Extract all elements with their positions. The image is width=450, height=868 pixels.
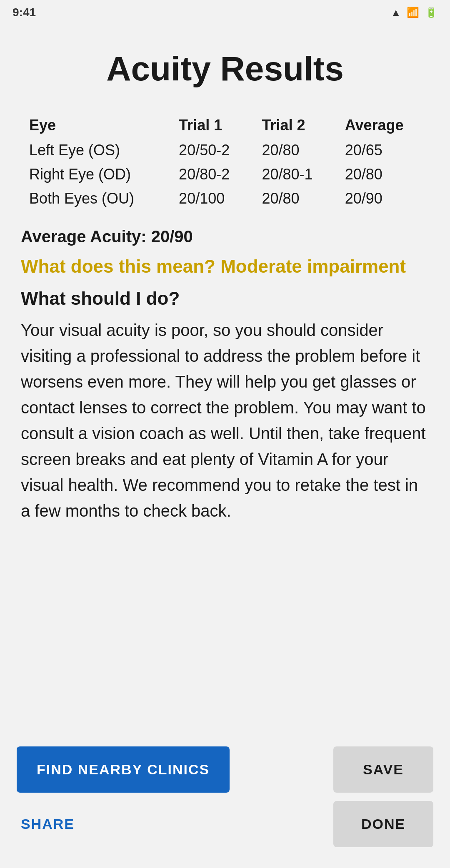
share-button[interactable]: SHARE (17, 803, 79, 845)
row-trial1-2: 20/100 (170, 187, 253, 211)
save-button[interactable]: SAVE (333, 746, 433, 793)
done-button[interactable]: DONE (333, 801, 433, 847)
table-row: Both Eyes (OU) 20/100 20/80 20/90 (21, 187, 429, 211)
row-trial1-0: 20/50-2 (170, 138, 253, 162)
signal-icon: ▲ (391, 7, 401, 18)
status-bar: 9:41 ▲ 📶 🔋 (0, 0, 450, 25)
table-row: Left Eye (OS) 20/50-2 20/80 20/65 (21, 138, 429, 162)
bottom-actions: FIND NEARBY CLINICS SAVE SHARE DONE (0, 734, 450, 868)
page-title: Acuity Results (21, 50, 429, 87)
row-avg-1: 20/80 (337, 162, 429, 187)
row-avg-0: 20/65 (337, 138, 429, 162)
row-eye-2: Both Eyes (OU) (21, 187, 170, 211)
page-container: Acuity Results Eye Trial 1 Trial 2 Avera… (0, 25, 450, 524)
status-time: 9:41 (12, 6, 36, 19)
row-trial1-1: 20/80-2 (170, 162, 253, 187)
bottom-row-secondary: SHARE DONE (17, 801, 433, 847)
row-trial2-0: 20/80 (253, 138, 336, 162)
find-clinics-button[interactable]: FIND NEARBY CLINICS (17, 746, 230, 793)
row-avg-2: 20/90 (337, 187, 429, 211)
row-trial2-2: 20/80 (253, 187, 336, 211)
table-row: Right Eye (OD) 20/80-2 20/80-1 20/80 (21, 162, 429, 187)
meaning-text: What does this mean? Moderate impairment (21, 254, 429, 278)
average-acuity: Average Acuity: 20/90 (21, 227, 429, 246)
row-eye-1: Right Eye (OD) (21, 162, 170, 187)
col-header-trial2: Trial 2 (253, 112, 336, 138)
row-trial2-1: 20/80-1 (253, 162, 336, 187)
col-header-eye: Eye (21, 112, 170, 138)
results-table: Eye Trial 1 Trial 2 Average Left Eye (OS… (21, 112, 429, 211)
wifi-icon: 📶 (407, 7, 419, 18)
col-header-trial1: Trial 1 (170, 112, 253, 138)
advice-text: Your visual acuity is poor, so you shoul… (21, 317, 429, 524)
status-icons: ▲ 📶 🔋 (391, 7, 438, 18)
row-eye-0: Left Eye (OS) (21, 138, 170, 162)
battery-icon: 🔋 (425, 7, 438, 18)
col-header-average: Average (337, 112, 429, 138)
what-should-title: What should I do? (21, 288, 429, 309)
bottom-row-primary: FIND NEARBY CLINICS SAVE (17, 746, 433, 793)
